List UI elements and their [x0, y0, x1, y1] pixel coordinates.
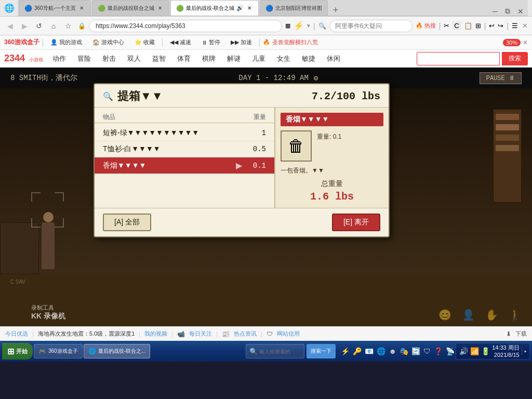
corner-mark-1: [31, 192, 41, 202]
taskbar-icon-8: 🛡: [423, 347, 431, 355]
new-tab-btn[interactable]: ＋: [331, 3, 340, 16]
tab-2[interactable]: 🟢 最后的战役联合之城 ✕: [92, 0, 169, 16]
shelf: [493, 109, 522, 203]
weight-display: 7.2/100 lbs: [312, 90, 380, 102]
taskbar-icon-7: 🔄: [411, 347, 420, 355]
home-btn[interactable]: ⌂: [48, 20, 59, 32]
cut-icon[interactable]: ✂: [444, 22, 449, 30]
volume-icon[interactable]: 🔊: [459, 347, 468, 355]
nav-agile[interactable]: 敏捷: [297, 52, 321, 65]
detail-title: 香烟▼▼▼▼: [281, 113, 383, 126]
column-weight: 重量: [254, 113, 266, 122]
battery-icon[interactable]: 🔋: [481, 347, 490, 355]
restore-btn[interactable]: ⧉: [502, 7, 513, 16]
nav-adventure[interactable]: 冒险: [72, 52, 96, 65]
refresh-btn[interactable]: ↺: [33, 20, 45, 32]
browser-icon: 🌐: [4, 3, 15, 13]
tab-1-close[interactable]: ✕: [78, 5, 85, 12]
take-all-button[interactable]: [A] 全部: [103, 214, 151, 231]
column-name: 物品: [103, 113, 115, 122]
minimize-btn[interactable]: ─: [489, 7, 501, 16]
settings-icon[interactable]: ⚙: [314, 74, 318, 83]
control-hand-icon: ✋: [485, 309, 498, 321]
bookmark-my-games[interactable]: 👤 我的游戏: [46, 37, 86, 47]
back-btn[interactable]: ◀: [4, 20, 16, 32]
logo-2344[interactable]: 2344: [4, 54, 25, 63]
nav-sports[interactable]: 体育: [172, 52, 196, 65]
browser-search-input[interactable]: [329, 20, 413, 32]
undo-icon[interactable]: ↩: [489, 22, 495, 30]
title-bar: 🌐 🔵 360导航-一个主页 ✕ 🟢 最后的战役联合之城 ✕ 🟢 最后的战役-联…: [0, 0, 532, 17]
corner-mark-3: [31, 218, 41, 228]
bottom-news-text[interactable]: 海地再次发生地震：5.0级，震源深度1: [38, 330, 135, 338]
save-indicator: C SAV: [10, 279, 25, 285]
nav-search-btn[interactable]: 搜索: [502, 52, 528, 65]
list-item-2[interactable]: T恤衫-白▼▼▼▼ 0.5: [95, 141, 274, 157]
tab-sound-icon[interactable]: 🔊: [236, 5, 244, 11]
taskbar-search-input[interactable]: [259, 349, 301, 354]
copy-icon[interactable]: C: [453, 21, 460, 30]
tab-3[interactable]: 🟢 最后的战役-联合之城 🔊 ✕: [170, 0, 259, 16]
nav-riddle[interactable]: 解谜: [222, 52, 246, 65]
bookmark-game-center[interactable]: 🏠 游戏中心: [88, 37, 128, 47]
inventory-modal: 🔍 提箱▼▼ 7.2/100 lbs 物品 重量 短裤-绿▼▼▼▼▼▼▼▼▼▼ …: [94, 83, 390, 237]
list-item-1[interactable]: 短裤-绿▼▼▼▼▼▼▼▼▼▼ 1: [95, 125, 274, 141]
address-input[interactable]: [89, 20, 282, 32]
bottom-today-select[interactable]: 今日优选: [5, 330, 28, 338]
nav-search-input[interactable]: [417, 52, 500, 65]
taskbar-task-360[interactable]: 🎮 360游戏盒子: [34, 344, 83, 358]
promo-text[interactable]: 圣兽觉醒横扫八荒: [272, 38, 318, 46]
nav-chess[interactable]: 棋牌: [197, 52, 221, 65]
detail-item-icon: 🗑: [281, 130, 312, 162]
pause-icon: ⏸: [202, 39, 207, 46]
taskbar-task-ie[interactable]: 🌐 最后的战役-联合之...: [84, 344, 151, 358]
show-desktop-btn[interactable]: ▪: [522, 348, 526, 355]
download-icon[interactable]: ⬇: [506, 330, 511, 338]
clock[interactable]: 14:33 周日 2021/8/15: [492, 344, 520, 359]
nav-kids[interactable]: 儿童: [247, 52, 271, 65]
logo-360[interactable]: 360游戏盒子: [4, 38, 39, 47]
bottom-download[interactable]: 下载: [515, 330, 527, 338]
character-figure: [42, 222, 55, 269]
bookmark-fast[interactable]: ▶▶ 加速: [227, 37, 256, 47]
bed: [0, 222, 39, 274]
promo-close[interactable]: ✕: [523, 39, 528, 46]
bookmark-favorites[interactable]: ⭐ 收藏: [130, 37, 159, 47]
redo-icon[interactable]: ↪: [498, 22, 503, 30]
pause-button[interactable]: PAUSE ⏸: [480, 72, 522, 84]
tab-1[interactable]: 🔵 360导航-一个主页 ✕: [19, 0, 91, 16]
nav-puzzle[interactable]: 益智: [147, 52, 171, 65]
close-btn[interactable]: ✕: [514, 7, 527, 16]
nav-girl[interactable]: 女生: [272, 52, 296, 65]
bookmark-star-btn[interactable]: ☆: [62, 20, 74, 32]
total-weight-label: 总重量: [281, 179, 383, 189]
bottom-daily-focus[interactable]: 每日关注: [189, 330, 212, 338]
forward-btn[interactable]: ▶: [19, 20, 30, 32]
nav-casual[interactable]: 休闲: [322, 52, 345, 65]
bookmark-pause[interactable]: ⏸ 暂停: [197, 37, 224, 47]
tab-2-close[interactable]: ✕: [156, 5, 164, 12]
taskbar-search-icon: 🔍: [249, 348, 258, 355]
nav-action[interactable]: 动作: [47, 52, 71, 65]
extensions-icon[interactable]: ⊞: [475, 22, 481, 30]
taskbar-search-btn[interactable]: 搜索一下: [307, 344, 336, 358]
start-button[interactable]: ⊞ 开始: [2, 343, 33, 360]
logo-sub: 小游戏: [29, 57, 43, 63]
hot-label[interactable]: 🔥 热搜: [416, 22, 436, 30]
control-face-icon: 😊: [438, 309, 451, 321]
bottom-hot-news[interactable]: 热点资讯: [234, 330, 257, 338]
tab-4[interactable]: 🔵 北京朝阳区博世祥图: [260, 0, 328, 16]
tab-3-close[interactable]: ✕: [246, 5, 253, 12]
bottom-site-credit[interactable]: 网站信用: [277, 330, 300, 338]
bookmark-slow[interactable]: ◀◀ 减速: [166, 37, 195, 47]
detail-description: 一包香烟。▼▼: [281, 166, 383, 175]
nav-2player[interactable]: 双人: [122, 52, 146, 65]
paste-icon[interactable]: 📋: [464, 22, 472, 30]
leave-button[interactable]: [E] 离开: [332, 214, 380, 231]
taskbar: ⊞ 开始 🎮 360游戏盒子 🌐 最后的战役-联合之... 🔍 搜索一下 ⚡ 🔑…: [0, 341, 532, 362]
menu-icon[interactable]: ☰: [512, 22, 518, 30]
bottom-my-video[interactable]: 我的视频: [144, 330, 167, 338]
nav-shooting[interactable]: 射击: [97, 52, 121, 65]
network-icon[interactable]: 📶: [470, 347, 479, 355]
list-item-3[interactable]: 香烟▼▼▼▼ ▶ 0.1: [95, 157, 274, 174]
